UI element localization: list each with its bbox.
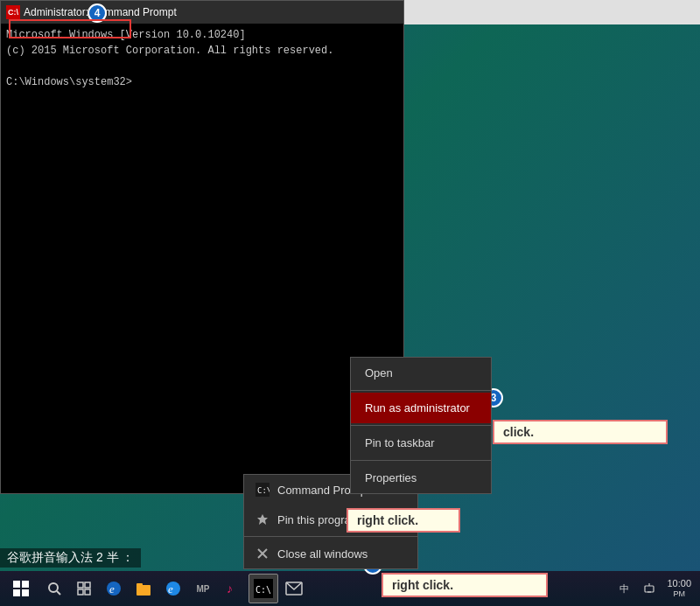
main-context-menu: Open Run as administrator Pin to taskbar…	[350, 357, 492, 494]
svg-point-15	[107, 582, 121, 596]
ctx-pin-taskbar[interactable]: Pin to taskbar	[351, 428, 491, 458]
file-explorer-button[interactable]	[130, 575, 158, 603]
svg-rect-13	[78, 589, 83, 595]
svg-rect-7	[13, 589, 20, 596]
music-button[interactable]: ♪	[219, 575, 247, 603]
task-view-button[interactable]	[70, 575, 98, 603]
cmd-line-3	[6, 59, 398, 74]
start-button[interactable]	[4, 575, 38, 603]
ctx-close-all[interactable]: Close all windows	[244, 539, 417, 568]
svg-line-10	[57, 591, 60, 595]
cmd-line-2: (c) 2015 Microsoft Corporation. All righ…	[6, 43, 398, 59]
edge-button[interactable]: e	[100, 575, 128, 603]
svg-text:C:\: C:\	[257, 486, 270, 495]
ctx-taskbar-separator	[244, 536, 417, 537]
ctx-open[interactable]: Open	[351, 358, 491, 388]
ctx-properties[interactable]: Properties	[351, 463, 491, 493]
taskbar: e e MP ♪ C:\	[0, 571, 700, 606]
clock: 10:00 PM	[667, 578, 691, 599]
taskbar-cmd-button[interactable]: C:\	[248, 574, 278, 603]
svg-rect-17	[136, 585, 150, 596]
mail-button[interactable]	[280, 575, 308, 603]
svg-rect-11	[78, 582, 83, 588]
notification-icon[interactable]	[635, 575, 663, 603]
ctx-separator-2	[351, 425, 491, 426]
ctx-separator-3	[351, 460, 491, 461]
pin-icon	[255, 512, 270, 527]
cmd-small-icon: C:\	[255, 482, 270, 498]
svg-text:♪: ♪	[227, 582, 233, 596]
search-button[interactable]	[40, 575, 68, 603]
cmd-titlebar-highlight	[9, 19, 131, 38]
media-player-button[interactable]: MP	[189, 575, 217, 603]
close-windows-icon	[255, 546, 270, 561]
system-tray: 中 10:00 PM	[617, 575, 696, 603]
cmd-window: C:\ Administrator: Command Prompt Micros…	[0, 0, 404, 494]
annotation-right-click-cmd: right click.	[382, 573, 548, 597]
svg-point-19	[166, 582, 180, 596]
svg-rect-18	[136, 583, 143, 587]
svg-point-9	[49, 583, 58, 592]
svg-rect-8	[22, 589, 29, 596]
top-right-area	[404, 0, 700, 24]
ctx-run-as-admin[interactable]: Run as administrator	[351, 393, 491, 423]
svg-rect-6	[22, 581, 29, 588]
ctx-separator-1	[351, 390, 491, 391]
cmd-icon: C:\	[6, 5, 20, 19]
svg-rect-12	[85, 582, 90, 588]
language-button[interactable]: 中	[617, 575, 632, 603]
ime-indicator: 谷歌拼音输入法 2 半 ：	[0, 548, 141, 568]
annotation-click: click.	[493, 420, 668, 444]
ie-button[interactable]: e	[159, 575, 187, 603]
svg-rect-5	[13, 581, 20, 588]
svg-text:e: e	[168, 582, 173, 596]
svg-text:e: e	[109, 582, 115, 596]
annotation-right-click-taskbar: right click.	[346, 508, 460, 533]
svg-rect-14	[85, 589, 90, 595]
svg-rect-24	[286, 582, 302, 595]
cmd-prompt: C:\Windows\system32>	[6, 74, 398, 90]
svg-marker-2	[257, 514, 268, 525]
svg-text:C:\: C:\	[256, 585, 271, 595]
svg-rect-25	[645, 586, 654, 592]
